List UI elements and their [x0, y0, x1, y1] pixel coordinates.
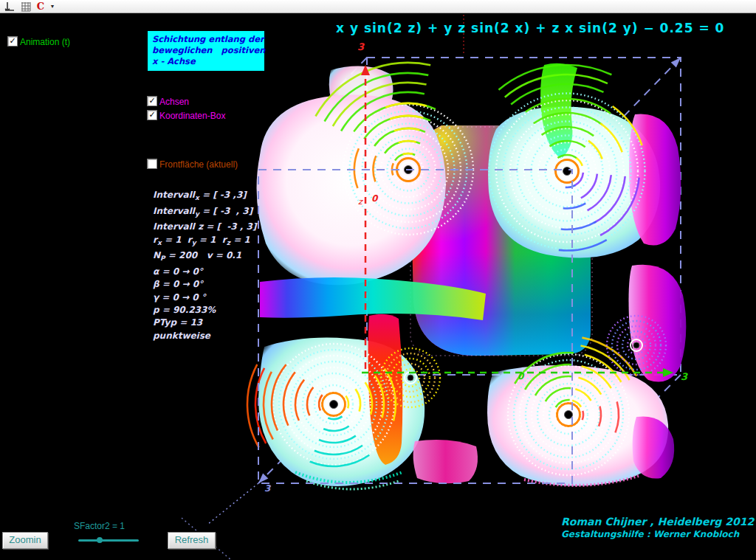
achsen-checkbox[interactable] — [147, 96, 157, 106]
frontflaeche-checkbox[interactable] — [147, 159, 157, 169]
credit-design: Gestaltungshilfe : Werner Knobloch — [561, 529, 739, 539]
parameter-line: α = 0 → 0° — [153, 266, 256, 278]
parameter-line: γ = 0 → 0 ° — [153, 291, 256, 304]
parameter-line: rx = 1 ry = 1 rz = 1 — [153, 234, 256, 250]
y-axis-max-label: 3 — [681, 371, 688, 382]
zoomin-button[interactable]: Zoomin — [2, 532, 48, 549]
credit-author: Roman Chijner , Heidelberg 2012 — [561, 516, 754, 528]
parameter-line: Intervall z = [ -3 , 3] — [153, 221, 256, 233]
parameter-line: PTyp = 13 — [153, 317, 256, 329]
parameter-line: Intervallx = [ -3 ,3] — [153, 189, 256, 205]
sfactor2-slider-track[interactable] — [78, 539, 139, 542]
info-box-line: beweglichen positiven — [152, 45, 261, 56]
conic-tool-icon[interactable]: C — [35, 1, 46, 12]
parameter-line: NP = 200 v = 0.1 — [153, 249, 256, 266]
info-box-line: x - Achse — [152, 56, 261, 67]
animation-checkbox[interactable] — [7, 36, 18, 46]
plot-title: x y sin(2 z) + y z sin(2 x) + z x sin(2 … — [336, 21, 690, 35]
grid-tool-icon[interactable] — [19, 1, 32, 12]
sfactor2-slider-label: SFactor2 = 1 — [74, 521, 125, 531]
tool-dropdown-icon[interactable]: ▼ — [49, 1, 56, 12]
parameter-line: punktweise — [153, 330, 256, 342]
frontflaeche-label: Frontfläche (aktuell) — [159, 159, 238, 170]
z-axis-max-label: 3 — [357, 41, 365, 52]
koordinaten-box-checkbox[interactable] — [147, 110, 157, 120]
koordinaten-box-label: Koordinaten-Box — [159, 111, 225, 121]
parameter-line: p = 90.233% — [153, 304, 256, 317]
parameter-block: Intervallx = [ -3 ,3] Intervally = [ -3 … — [153, 189, 256, 342]
axes-tool-icon[interactable] — [3, 1, 16, 12]
plot-canvas[interactable]: 3 3 z 0 0 3 — [0, 0, 756, 560]
x-axis-max-label: 3 — [264, 483, 272, 494]
parameter-line: Intervally = [ -3 , 3] — [153, 205, 256, 221]
info-box-line: Schichtung entlang der — [152, 34, 261, 45]
info-box: Schichtung entlang der beweglichen posit… — [148, 31, 264, 71]
parameter-line: β = 0 → 0° — [153, 278, 256, 291]
achsen-label: Achsen — [159, 97, 189, 107]
sfactor2-slider-thumb[interactable] — [97, 537, 103, 543]
toolbar: C ▼ — [0, 0, 756, 13]
animation-label: Animation (t) — [20, 37, 70, 47]
refresh-button[interactable]: Refresh — [168, 532, 216, 549]
